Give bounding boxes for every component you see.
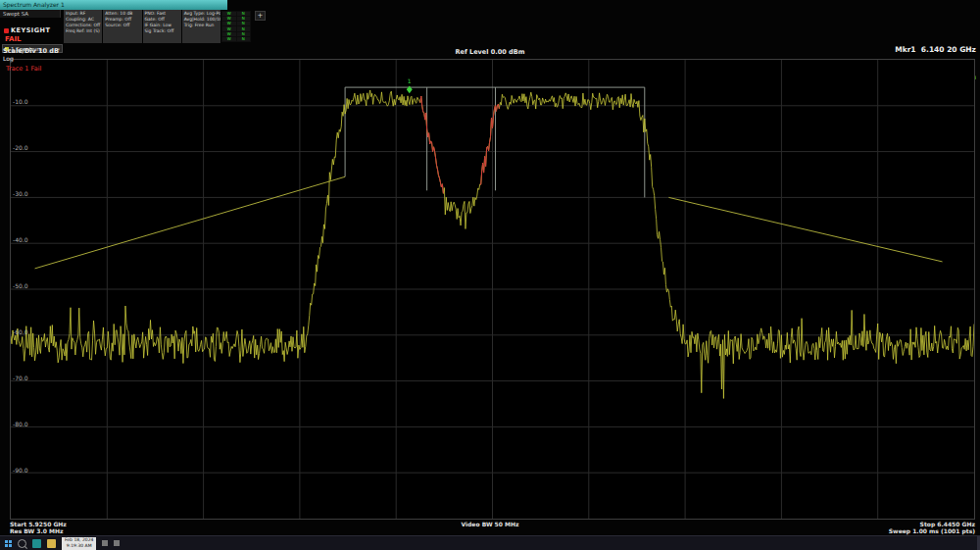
spectrum-display[interactable]: 1 -10.0-20.0-30.0-40.0-50.0-60.0-70.0-80…	[10, 59, 975, 520]
y-axis-label: -60.0	[13, 328, 28, 335]
trace-status-table: WNWNWNWNWNWN	[221, 11, 251, 42]
stop-frequency-label: Stop 6.4450 GHz	[920, 521, 975, 527]
taskbar: Feb 18, 2024 9:19:30 AM	[0, 535, 980, 550]
y-axis-label: -80.0	[13, 421, 28, 427]
scale-div-label: Scale/Div 10 dB	[3, 47, 59, 55]
settings-column-4: Avg Type: Log-PowerAvg|Hold: 100/100Trig…	[182, 10, 220, 43]
start-button[interactable]	[5, 540, 12, 547]
y-axis-label: -70.0	[13, 375, 28, 381]
spectrum-analyzer-app: Spectrum Analyzer 1 Swept SA Input: RFCo…	[0, 0, 980, 550]
taskbar-clock[interactable]: Feb 18, 2024 9:19:30 AM	[62, 537, 96, 550]
file-explorer-icon[interactable]	[47, 539, 56, 548]
trace-status-cell: W	[222, 22, 236, 25]
settings-column-2: Atten: 10 dBPreamp: OffSource: Off	[103, 10, 141, 43]
tab-swept-sa-label: Swept SA	[3, 11, 28, 17]
y-axis-label: -20.0	[13, 144, 28, 151]
y-axis-label: -10.0	[13, 98, 28, 105]
new-tab-button[interactable]: +	[255, 11, 266, 21]
y-axis-label: -50.0	[13, 282, 28, 289]
search-icon[interactable]	[18, 539, 26, 548]
ref-level-label: Ref Level 0.00 dBm	[0, 48, 980, 56]
trace-status-cell: N	[237, 37, 251, 41]
y-axis-label: -30.0	[13, 190, 28, 197]
taskbar-time: 9:19:30 AM	[65, 543, 93, 549]
tray-icon-2[interactable]	[114, 540, 120, 546]
settings-annotations: Input: RFCoupling: ACCorrections: OffFre…	[64, 10, 220, 43]
svg-text:1: 1	[408, 77, 412, 84]
trace-plot: 1	[11, 60, 974, 519]
trace-fail-warning: Trace 1 Fail	[6, 65, 41, 73]
log-scale-label: Log	[3, 55, 14, 62]
video-bw-label: Video BW 50 MHz	[0, 521, 980, 527]
tab-swept-sa[interactable]: Swept SA	[0, 10, 61, 18]
fail-indicator: FAIL	[5, 35, 21, 43]
trace-status-cell: W	[222, 37, 236, 41]
tray-icon-1[interactable]	[102, 540, 108, 546]
window-titlebar[interactable]: Spectrum Analyzer 1	[0, 0, 227, 10]
settings-column-1: Input: RFCoupling: ACCorrections: OffFre…	[64, 10, 102, 43]
settings-column-3: PNO: FastGate: OffIF Gain: LowSig Track:…	[143, 10, 181, 43]
keysight-app-icon[interactable]	[32, 539, 41, 548]
y-axis-label: -90.0	[13, 467, 28, 474]
keysight-logo: KEYSIGHT	[4, 26, 51, 34]
window-title: Spectrum Analyzer 1	[3, 1, 65, 8]
y-axis-label: -40.0	[13, 236, 28, 243]
sweep-time-label: Sweep 1.00 ms (1001 pts)	[889, 527, 975, 534]
res-bw-label: Res BW 3.0 MHz	[10, 527, 64, 534]
trace-status-cell: N	[237, 22, 251, 25]
keysight-logo-mark-icon	[4, 28, 9, 33]
keysight-logo-text: KEYSIGHT	[11, 26, 51, 34]
